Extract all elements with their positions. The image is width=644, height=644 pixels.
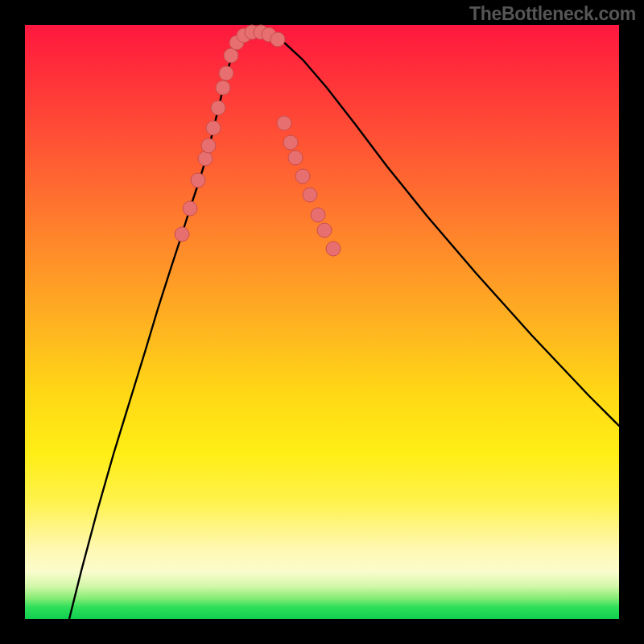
data-markers	[175, 25, 341, 256]
data-point	[270, 32, 285, 47]
data-point	[211, 101, 225, 115]
watermark-text: TheBottleneck.com	[469, 3, 636, 25]
data-point	[283, 135, 298, 150]
data-point	[216, 80, 230, 95]
curve-layer	[25, 25, 619, 619]
data-point	[326, 242, 341, 256]
plot-area	[25, 25, 619, 619]
data-point	[175, 227, 189, 242]
data-point	[224, 48, 238, 63]
chart-frame: TheBottleneck.com	[0, 0, 644, 644]
data-point	[311, 208, 325, 222]
data-point	[303, 188, 317, 202]
data-point	[219, 66, 233, 80]
data-point	[183, 201, 197, 216]
data-point	[206, 121, 221, 135]
data-point	[295, 169, 310, 184]
bottleneck-curve	[69, 32, 619, 619]
data-point	[191, 173, 205, 188]
data-point	[198, 151, 213, 166]
data-point	[277, 116, 291, 130]
data-point	[317, 223, 332, 237]
data-point	[201, 138, 216, 153]
data-point	[288, 151, 303, 165]
